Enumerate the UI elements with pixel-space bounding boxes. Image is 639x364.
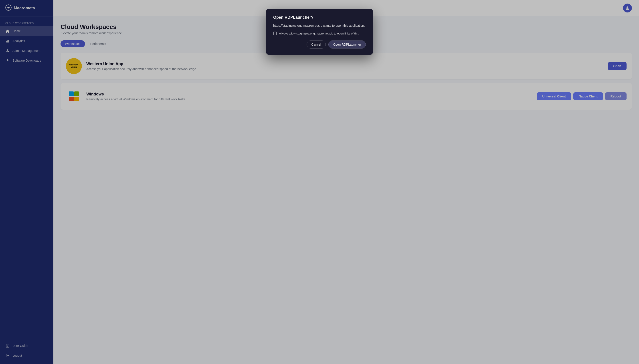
dialog-body: https://stagingws.eng.macrometa.io wants… (273, 23, 366, 28)
always-allow-checkbox[interactable] (273, 32, 277, 35)
rdp-launcher-dialog: Open RDPLauncher? https://stagingws.eng.… (266, 9, 373, 55)
dialog-title: Open RDPLauncher? (273, 15, 366, 20)
dialog-confirm-button[interactable]: Open RDPLauncher (328, 40, 366, 48)
dialog-overlay[interactable]: Open RDPLauncher? https://stagingws.eng.… (0, 0, 639, 364)
dialog-checkbox-label: Always allow stagingws.eng.macrometa.io … (279, 32, 359, 35)
dialog-checkbox-row: Always allow stagingws.eng.macrometa.io … (273, 32, 366, 35)
dialog-actions: Cancel Open RDPLauncher (273, 40, 366, 48)
dialog-cancel-button[interactable]: Cancel (306, 40, 326, 48)
